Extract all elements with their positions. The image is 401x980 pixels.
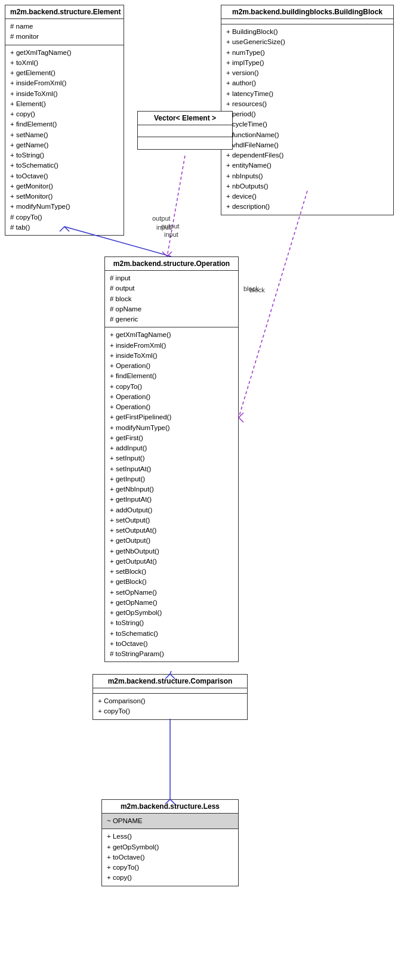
svg-line-3 <box>167 156 185 256</box>
bb-15: + nbInputs() <box>226 171 388 181</box>
operation-title: m2m.backend.structure.Operation <box>105 257 238 271</box>
less-4: + copyTo() <box>107 862 233 873</box>
op-21: + getOutput() <box>110 536 233 546</box>
comp-1: + Comparison() <box>98 696 242 706</box>
em-1: + getXmlTagName() <box>10 48 119 58</box>
buildingblock-methods: + BuildingBlock() + useGenericSize() + n… <box>221 24 393 215</box>
bb-11: + functionName() <box>226 130 388 140</box>
op-22: + getNbOutput() <box>110 546 233 557</box>
em-8: + findElement() <box>10 119 119 129</box>
element-title: m2m.backend.structure.Element <box>5 5 124 19</box>
em-9: + setName() <box>10 130 119 140</box>
vector-fields-1 <box>138 125 232 137</box>
element-field-2: # monitor <box>10 32 119 42</box>
bb-1: + BuildingBlock() <box>226 27 388 37</box>
op-11: + getFirst() <box>110 433 233 443</box>
comparison-fields <box>93 688 247 694</box>
op-32: # toStringParam() <box>110 649 233 659</box>
op-24: + setBlock() <box>110 567 233 577</box>
element-methods: + getXmlTagName() + toXml() + getElement… <box>5 45 124 236</box>
op-28: + getOpSymbol() <box>110 608 233 618</box>
op-27: + getOpName() <box>110 598 233 608</box>
less-5: + copy() <box>107 873 233 883</box>
op-23: + getOutputAt() <box>110 557 233 567</box>
em-18: # tab() <box>10 222 119 233</box>
em-3: + getElement() <box>10 68 119 78</box>
bb-14: + entityName() <box>226 160 388 171</box>
op-26: + setOpName() <box>110 588 233 598</box>
op-17: + getInputAt() <box>110 494 233 505</box>
comparison-box: m2m.backend.structure.Comparison + Compa… <box>92 674 248 720</box>
block-label: block <box>249 286 265 293</box>
operation-box: m2m.backend.structure.Operation # input … <box>104 256 239 662</box>
em-17: # copyTo() <box>10 212 119 222</box>
em-11: + toString() <box>10 150 119 160</box>
op-1: + getXmlTagName() <box>110 330 233 340</box>
less-3: + toOctave() <box>107 852 233 862</box>
op-7: + Operation() <box>110 392 233 402</box>
op-20: + setOutputAt() <box>110 525 233 536</box>
op-6: + copyTo() <box>110 382 233 392</box>
less-title: m2m.backend.structure.Less <box>102 800 238 814</box>
em-13: + toOctave() <box>10 171 119 181</box>
comparison-methods: + Comparison() + copyTo() <box>93 694 247 719</box>
em-16: + modifyNumType() <box>10 202 119 212</box>
op-31: + toOctave() <box>110 639 233 649</box>
op-4: + Operation() <box>110 361 233 371</box>
bb-10: + cycleTime() <box>226 119 388 129</box>
bb-16: + nbOutputs() <box>226 181 388 191</box>
less-methods: + Less() + getOpSymbol() + toOctave() + … <box>102 829 238 885</box>
comp-2: + copyTo() <box>98 706 242 716</box>
bb-12: + vhdlFileName() <box>226 140 388 150</box>
svg-text:output: output <box>152 215 171 222</box>
op-15: + getInput() <box>110 474 233 484</box>
op-2: + insideFromXml() <box>110 341 233 351</box>
op-field-2: # output <box>110 283 233 293</box>
op-8: + Operation() <box>110 402 233 412</box>
em-7: + copy() <box>10 109 119 119</box>
bb-8: + resources() <box>226 99 388 109</box>
em-12: + toSchematic() <box>10 160 119 171</box>
bb-6: + author() <box>226 78 388 88</box>
em-4: + insideFromXml() <box>10 78 119 88</box>
bb-7: + latencyTime() <box>226 89 388 99</box>
element-fields: # name # monitor <box>5 19 124 45</box>
vector-fields-2 <box>138 137 232 149</box>
less-shaded: ~ OPNAME <box>102 814 238 829</box>
vector-box: Vector< Element > <box>137 111 233 150</box>
diagram-container: m2m.backend.structure.Element # name # m… <box>0 0 401 980</box>
bb-13: + dependentFiles() <box>226 150 388 160</box>
bb-4: + implType() <box>226 58 388 68</box>
op-12: + addInput() <box>110 443 233 453</box>
op-25: + getBlock() <box>110 577 233 587</box>
bb-18: + description() <box>226 202 388 212</box>
em-2: + toXml() <box>10 58 119 68</box>
less-shaded-item: ~ OPNAME <box>107 816 233 826</box>
op-10: + modifyNumType() <box>110 423 233 433</box>
op-field-1: # input <box>110 273 233 283</box>
em-14: + getMonitor() <box>10 181 119 191</box>
bb-17: + device() <box>226 191 388 202</box>
em-6: + Element() <box>10 99 119 109</box>
op-field-5: # generic <box>110 314 233 324</box>
op-19: + setOutput() <box>110 515 233 525</box>
op-3: + insideToXml() <box>110 351 233 361</box>
op-field-4: # opName <box>110 304 233 314</box>
operation-methods: + getXmlTagName() + insideFromXml() + in… <box>105 327 238 661</box>
op-29: + toString() <box>110 618 233 628</box>
em-5: + insideToXml() <box>10 89 119 99</box>
buildingblock-box: m2m.backend.buildingblocks.BuildingBlock… <box>221 5 394 215</box>
op-field-3: # block <box>110 294 233 304</box>
bb-9: + period() <box>226 109 388 119</box>
comparison-title: m2m.backend.structure.Comparison <box>93 675 247 688</box>
bb-3: + numType() <box>226 48 388 58</box>
element-box: m2m.backend.structure.Element # name # m… <box>5 5 124 236</box>
op-5: + findElement() <box>110 371 233 381</box>
input-label: input <box>164 231 178 238</box>
less-1: + Less() <box>107 831 233 842</box>
operation-fields: # input # output # block # opName # gene… <box>105 271 238 327</box>
op-9: + getFirstPipelined() <box>110 412 233 422</box>
svg-line-1 <box>239 191 307 418</box>
em-15: + setMonitor() <box>10 191 119 202</box>
less-2: + getOpSymbol() <box>107 842 233 852</box>
